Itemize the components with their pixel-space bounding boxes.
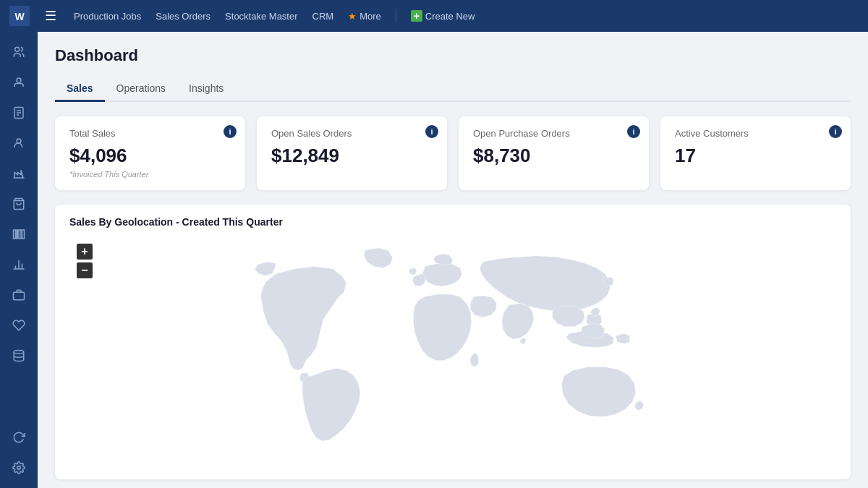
sidebar-barcode-icon[interactable] (4, 221, 33, 247)
active-customers-label: Active Customers (675, 128, 836, 139)
sidebar-settings-icon[interactable] (4, 455, 33, 481)
kpi-row: i Total Sales $4,096 *Invoiced This Quar… (55, 116, 851, 190)
nav-sales-orders[interactable]: Sales Orders (156, 11, 210, 22)
tab-operations[interactable]: Operations (105, 77, 177, 102)
sidebar-refresh-icon[interactable] (4, 424, 33, 450)
sidebar-database-icon[interactable] (4, 343, 33, 369)
star-icon: ★ (348, 11, 357, 22)
active-customers-info-icon[interactable]: i (829, 125, 842, 138)
total-sales-subtitle: *Invoiced This Quarter (69, 170, 231, 179)
total-sales-value: $4,096 (69, 145, 231, 167)
svg-rect-13 (22, 230, 25, 239)
map-container: + − (69, 236, 836, 468)
map-zoom-in-button[interactable]: + (77, 244, 93, 260)
map-zoom-out-button[interactable]: − (77, 262, 93, 278)
svg-rect-18 (14, 292, 25, 300)
map-controls: + − (77, 244, 93, 278)
svg-rect-10 (14, 230, 16, 239)
nav-stocktake-master[interactable]: Stocktake Master (225, 11, 297, 22)
top-nav: W ☰ Production Jobs Sales Orders Stockta… (0, 0, 868, 32)
logo-icon: W (9, 5, 30, 27)
svg-text:W: W (14, 11, 25, 22)
open-sales-orders-label: Open Sales Orders (271, 128, 433, 139)
svg-rect-11 (17, 230, 18, 239)
sidebar-cart-icon[interactable] (4, 191, 33, 217)
kpi-open-sales-orders: i Open Sales Orders $12,849 (257, 116, 447, 190)
open-purchase-orders-info-icon[interactable]: i (627, 125, 640, 138)
svg-point-3 (17, 78, 21, 82)
map-section: Sales By Geolocation - Created This Quar… (55, 205, 851, 479)
nav-crm[interactable]: CRM (312, 11, 334, 22)
kpi-active-customers: i Active Customers 17 (660, 116, 851, 190)
open-purchase-orders-value: $8,730 (473, 145, 634, 167)
sidebar-document-icon[interactable] (4, 100, 33, 126)
world-map-svg (69, 236, 836, 468)
active-customers-value: 17 (675, 145, 836, 167)
svg-point-20 (17, 466, 21, 470)
main-content: Dashboard Sales Operations Insights i To… (38, 32, 868, 488)
open-purchase-orders-label: Open Purchase Orders (473, 128, 634, 139)
create-new-icon: + (411, 10, 422, 22)
sidebar-briefcase-icon[interactable] (4, 282, 33, 308)
hamburger-icon[interactable]: ☰ (45, 8, 56, 24)
svg-rect-12 (19, 230, 21, 239)
nav-production-jobs[interactable]: Production Jobs (74, 11, 141, 22)
sidebar-user-icon[interactable] (4, 69, 33, 95)
open-sales-orders-info-icon[interactable]: i (425, 125, 438, 138)
open-sales-orders-value: $12,849 (271, 145, 433, 167)
svg-point-2 (15, 47, 20, 51)
tab-sales[interactable]: Sales (55, 77, 105, 102)
svg-point-8 (17, 139, 21, 143)
svg-point-19 (14, 351, 24, 354)
dashboard-tabs: Sales Operations Insights (55, 77, 851, 102)
nav-more[interactable]: ★ More (348, 11, 381, 22)
kpi-open-purchase-orders: i Open Purchase Orders $8,730 (459, 116, 649, 190)
map-title: Sales By Geolocation - Created This Quar… (69, 216, 836, 228)
total-sales-label: Total Sales (69, 128, 231, 139)
sidebar-person-icon[interactable] (4, 130, 33, 156)
tab-insights[interactable]: Insights (177, 77, 235, 102)
sidebar-people-icon[interactable] (4, 39, 33, 65)
kpi-total-sales: i Total Sales $4,096 *Invoiced This Quar… (55, 116, 245, 190)
nav-create-new[interactable]: + Create New (411, 10, 475, 22)
sidebar-factory-icon[interactable] (4, 160, 33, 187)
sidebar-plugin-icon[interactable] (4, 312, 33, 338)
page-title: Dashboard (55, 46, 851, 65)
sidebar-chart-icon[interactable] (4, 252, 33, 278)
sidebar (0, 32, 38, 488)
main-layout: Dashboard Sales Operations Insights i To… (0, 32, 868, 488)
nav-divider (396, 9, 396, 23)
total-sales-info-icon[interactable]: i (224, 125, 237, 138)
